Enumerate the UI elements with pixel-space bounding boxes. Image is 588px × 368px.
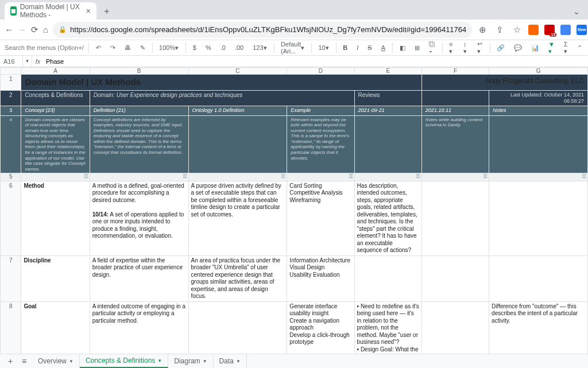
domain-text[interactable]: Domain: User Experience design practices… — [90, 90, 354, 106]
chart-button[interactable]: 📊 — [529, 43, 541, 53]
search-icon[interactable]: ⊕ — [477, 24, 488, 36]
notes-cell[interactable] — [489, 181, 588, 255]
col-concept[interactable]: Concept (23) — [21, 106, 90, 115]
sheet-tab-dropdown-icon[interactable]: ▼ — [157, 358, 162, 363]
example-cell[interactable]: Card SortingCompetitive AnalysisWirefram… — [287, 181, 354, 255]
filter-icon[interactable]: ☰ — [84, 173, 88, 180]
all-sheets-button[interactable]: ≡ — [18, 357, 30, 366]
sheet-tab[interactable]: Overview ▼ — [32, 354, 80, 368]
filter-cell[interactable]: ☰ — [421, 173, 489, 181]
row-header[interactable]: 5 — [1, 173, 21, 181]
example-cell[interactable]: Information ArchitectureVisual DesignUsa… — [287, 255, 354, 301]
notes-cell[interactable] — [489, 255, 588, 301]
col-ontology[interactable]: Ontology 1.0 Definition — [188, 106, 287, 115]
filter-cell[interactable]: ☰ — [489, 173, 588, 181]
col-header[interactable]: D — [287, 68, 354, 75]
col-header[interactable]: C — [188, 68, 287, 75]
add-sheet-button[interactable]: + — [5, 357, 16, 366]
review1-cell[interactable]: • Need to redefine as it's being used he… — [354, 301, 421, 354]
definition-cell[interactable]: A intended outcome of engaging in a part… — [90, 301, 188, 354]
reviews-label[interactable]: Reviews — [354, 90, 421, 106]
ext-icon-new[interactable]: New — [577, 25, 587, 35]
halign-button[interactable]: ≡ ▾ — [447, 40, 457, 56]
window-expand-icon[interactable]: ⌄ — [570, 7, 583, 20]
sheet-tab[interactable]: Diagram ▼ — [168, 354, 213, 368]
ontology-cell[interactable] — [188, 301, 287, 354]
select-all-corner[interactable] — [1, 68, 21, 75]
italic-button[interactable]: I — [354, 43, 361, 52]
strike-button[interactable]: S — [365, 43, 374, 52]
comment-button[interactable]: 💬 — [512, 43, 524, 53]
filter-cell[interactable]: ☰ — [188, 173, 287, 181]
more-formats-button[interactable]: 123 ▾ — [250, 43, 269, 53]
link-button[interactable]: 🔗 — [494, 43, 507, 53]
filter-cell[interactable]: ☰ — [21, 173, 90, 181]
home-button[interactable]: ⌂ — [43, 24, 48, 36]
valign-button[interactable]: ↕ ▾ — [461, 40, 470, 56]
browser-tab[interactable]: ▦ Domain Model | UX Methods - × — [5, 2, 96, 20]
text-color-button[interactable]: A — [379, 43, 388, 52]
col-notes[interactable]: Notes — [489, 106, 588, 115]
notes-cell[interactable]: Difference from "outcome" — this describ… — [489, 301, 588, 354]
name-box[interactable]: A16 — [0, 56, 23, 67]
close-tab-icon[interactable]: × — [86, 6, 91, 16]
definition-cell[interactable]: A field of expertise within the broader … — [90, 255, 188, 301]
bold-button[interactable]: B — [341, 43, 350, 52]
filter-cell[interactable]: ☰ — [287, 173, 354, 181]
example-note[interactable]: Relevant examples may be both within and… — [287, 115, 354, 173]
increase-decimal-button[interactable]: .00 — [233, 43, 246, 52]
filter-cell[interactable]: ☰ — [90, 173, 188, 181]
functions-button[interactable]: Σ ▾ — [562, 40, 571, 56]
wrap-button[interactable]: ↩ ▾ — [475, 39, 485, 56]
paint-format-button[interactable]: ✎ — [138, 43, 148, 53]
row-header[interactable]: 7 — [1, 255, 21, 301]
currency-button[interactable]: $ — [191, 43, 199, 52]
decrease-decimal-button[interactable]: .0 — [218, 43, 228, 52]
back-button[interactable]: ← — [5, 24, 13, 36]
review2-cell[interactable] — [421, 181, 489, 255]
ext-icon-1[interactable] — [528, 25, 539, 35]
fontsize-dropdown[interactable]: 10 ▾ — [316, 43, 331, 53]
definition-cell[interactable]: A method is a defined, goal-oriented pro… — [90, 181, 188, 255]
merge-button[interactable]: ⿻ ▾ — [427, 40, 438, 56]
reload-button[interactable]: ⟳ — [31, 24, 38, 36]
filter-icon[interactable]: ☰ — [183, 173, 187, 180]
filter-icon[interactable]: ☰ — [349, 173, 353, 180]
col-definition[interactable]: Definition (21) — [90, 106, 188, 115]
filter-icon[interactable]: ☰ — [582, 173, 586, 180]
org-name[interactable]: Andy Fitzgerald Consulting, LLC — [421, 75, 587, 91]
print-button[interactable]: 🖶 — [122, 43, 133, 52]
filter-button[interactable]: ▼ ▾ — [546, 40, 557, 56]
col-header[interactable]: A — [21, 68, 90, 75]
col-header[interactable]: B — [90, 68, 188, 75]
spreadsheet-grid[interactable]: A B C D E F G 1 Domain Model | UX Method… — [0, 67, 588, 354]
review1-cell[interactable]: Has description, intended outcomes, step… — [354, 181, 421, 255]
col-header[interactable]: E — [354, 68, 421, 75]
toolbar-more-button[interactable]: ⌃ — [576, 41, 583, 55]
example-cell[interactable]: Generate interface usability insightCrea… — [287, 301, 354, 354]
name-box-dropdown[interactable]: ▼ — [23, 56, 32, 67]
section-name[interactable]: Concepts & Definitions — [21, 90, 90, 106]
concept-cell[interactable]: Discipline — [21, 255, 90, 301]
menu-search-input[interactable] — [5, 44, 84, 51]
sheet-tab-dropdown-icon[interactable]: ▼ — [203, 359, 207, 364]
url-field[interactable]: 🔒 https://docs.google.com/spreadsheets/d… — [53, 22, 472, 38]
ext-icon-3[interactable] — [560, 25, 571, 35]
sheet-tab-dropdown-icon[interactable]: ▼ — [69, 359, 74, 364]
filter-cell[interactable]: ☰ — [354, 173, 421, 181]
undo-button[interactable]: ↶ — [94, 43, 103, 53]
ontology-cell[interactable]: An area of practica focus under the broa… — [188, 255, 287, 301]
review1-cell[interactable] — [354, 255, 421, 301]
row-header[interactable]: 6 — [1, 181, 21, 255]
new-tab-button[interactable]: + — [99, 3, 115, 20]
percent-button[interactable]: % — [203, 43, 214, 52]
row-header[interactable]: 1 — [1, 75, 21, 91]
col-review1[interactable]: 2021-09-21 — [354, 106, 421, 115]
last-updated[interactable]: Last Updated: October 14, 2021 06:58:27 — [489, 90, 588, 106]
col-review2[interactable]: 2021.10.11 — [421, 106, 489, 115]
concept-note[interactable]: Domain concepts are classes of real-worl… — [21, 115, 90, 173]
row-header[interactable]: 4 — [1, 115, 21, 173]
col-header[interactable]: G — [489, 68, 588, 75]
row-header[interactable]: 3 — [1, 106, 21, 115]
borders-button[interactable]: ⊞ — [412, 43, 422, 53]
